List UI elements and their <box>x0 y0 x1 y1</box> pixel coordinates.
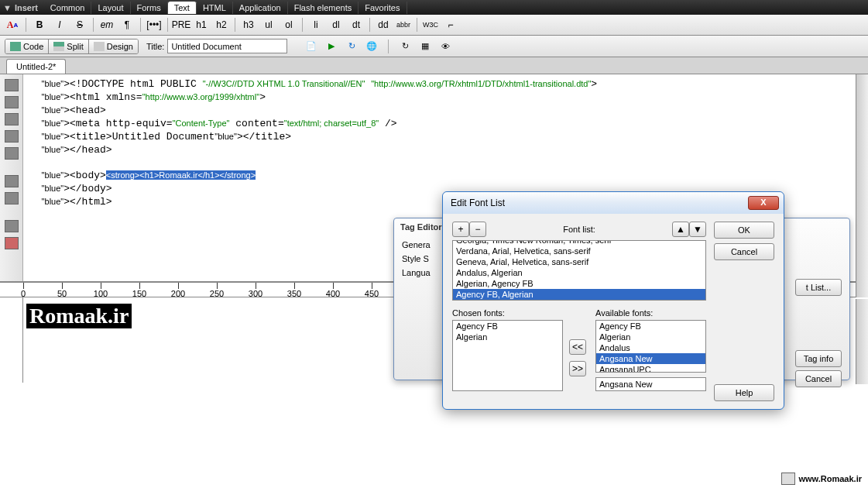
insert-dropdown-icon[interactable]: ▼ <box>3 3 12 12</box>
gutter-tool-8[interactable] <box>5 220 19 232</box>
format--button[interactable]: [•••] <box>145 16 163 33</box>
gutter-tool-2[interactable] <box>5 96 19 108</box>
move-right-button[interactable]: >> <box>569 361 586 376</box>
add-button[interactable]: + <box>452 222 469 237</box>
insert-tab-text[interactable]: Text <box>168 2 197 14</box>
list-item[interactable]: Andalus, Algerian <box>453 267 705 278</box>
code-gutter <box>0 74 23 281</box>
format-dl-button[interactable]: dl <box>327 16 345 33</box>
chosen-fonts-box[interactable]: Agency FBAlgerian <box>452 320 563 391</box>
move-up-button[interactable]: ▲ <box>672 222 689 237</box>
preview-icon[interactable]: ▶ <box>323 39 340 54</box>
ok-button[interactable]: OK <box>714 222 774 239</box>
insert-tab-flash-elements[interactable]: Flash elements <box>288 2 359 14</box>
insert-tab-application[interactable]: Application <box>233 2 288 14</box>
view-switcher: Code Split Design <box>5 39 139 54</box>
format-pre-button[interactable]: PRE <box>172 16 190 33</box>
list-item[interactable]: Georgia, Times New Roman, Times, serif <box>453 240 705 246</box>
code-view-button[interactable]: Code <box>5 40 49 53</box>
footer-icon <box>781 473 795 485</box>
gutter-tool-1[interactable] <box>5 79 19 91</box>
insert-tab-forms[interactable]: Forms <box>131 2 168 14</box>
document-tab[interactable]: Untitled-2* <box>6 59 66 74</box>
remove-button[interactable]: − <box>469 222 486 237</box>
list-item[interactable]: Agency FB, Algerian <box>453 289 705 300</box>
dialog-title-text: Edit Font List <box>451 198 748 208</box>
font-style-icon[interactable]: AA <box>3 16 22 33</box>
format-w3c-button[interactable]: W3C <box>421 16 440 33</box>
vertical-ruler <box>0 297 23 383</box>
gutter-tool-6[interactable] <box>5 175 19 187</box>
scrollbar-design[interactable] <box>856 299 868 384</box>
font-preview-field[interactable] <box>595 377 706 391</box>
tag-editor-taginfo-button[interactable]: Tag info <box>795 350 842 367</box>
list-item[interactable]: Angsana New <box>596 353 705 364</box>
insert-bar: ▼ Insert CommonLayoutFormsTextHTMLApplic… <box>0 0 868 15</box>
visual-aids-icon[interactable]: 👁 <box>437 39 454 54</box>
gutter-tool-9[interactable] <box>5 237 19 249</box>
list-item[interactable]: Agency FB <box>453 321 562 332</box>
refresh-icon[interactable]: ↻ <box>343 39 360 54</box>
list-item[interactable]: Algerian <box>453 332 562 342</box>
document-tab-row: Untitled-2* <box>0 57 868 74</box>
list-item[interactable]: AngsanaUPC <box>596 364 705 373</box>
document-toolbar: Code Split Design Title: 📄 ▶ ↻ 🌐 ↻ ▦ 👁 <box>0 36 868 57</box>
globe-icon[interactable]: 🌐 <box>363 39 380 54</box>
design-view-button[interactable]: Design <box>89 40 138 53</box>
list-item[interactable]: Algerian, Agency FB <box>453 278 705 289</box>
move-left-button[interactable]: << <box>569 339 586 355</box>
insert-label[interactable]: Insert <box>15 3 38 12</box>
format-dt-button[interactable]: dt <box>347 16 365 33</box>
gutter-tool-4[interactable] <box>5 130 19 143</box>
title-label: Title: <box>146 42 164 51</box>
format--button[interactable]: ¶ <box>118 16 136 33</box>
font-list-label: Font list: <box>486 225 672 234</box>
format-s-button[interactable]: S <box>70 16 89 33</box>
gutter-tool-5[interactable] <box>5 147 19 160</box>
list-item[interactable]: Geneva, Arial, Helvetica, sans-serif <box>453 256 705 267</box>
insert-tab-common[interactable]: Common <box>44 2 92 14</box>
format-i-button[interactable]: I <box>50 16 69 33</box>
tag-editor-list-button[interactable]: t List... <box>795 279 842 296</box>
format-h3-button[interactable]: h3 <box>239 16 258 33</box>
edit-font-list-dialog: Edit Font List X + − Font list: ▲ ▼ Geor… <box>442 191 784 410</box>
format-dd-button[interactable]: dd <box>374 16 393 33</box>
format-abbr-button[interactable]: abbr <box>394 16 413 33</box>
list-item[interactable]: Agency FB <box>596 321 705 332</box>
footer-text: www.Romaak.ir <box>798 474 862 483</box>
move-down-button[interactable]: ▼ <box>689 222 706 237</box>
format-h1-button[interactable]: h1 <box>192 16 211 33</box>
format-ol-button[interactable]: ol <box>280 16 298 33</box>
file-mgmt-icon[interactable]: 📄 <box>303 39 320 54</box>
split-view-button[interactable]: Split <box>49 40 88 53</box>
list-item[interactable]: Algerian <box>596 332 705 342</box>
list-item[interactable]: Verdana, Arial, Helvetica, sans-serif <box>453 246 705 256</box>
format-toolbar: AA BISem¶[•••]PREh1h2h3ulollidldtddabbrW… <box>0 15 868 36</box>
format-b-button[interactable]: B <box>30 16 49 33</box>
footer-logo: www.Romaak.ir <box>781 473 862 485</box>
available-fonts-box[interactable]: Agency FBAlgerianAndalusAngsana NewAngsa… <box>595 320 706 373</box>
title-input[interactable] <box>167 39 287 53</box>
insert-tab-favorites[interactable]: Favorites <box>359 2 407 14</box>
insert-tab-layout[interactable]: Layout <box>91 2 130 14</box>
scrollbar-code[interactable] <box>856 74 868 297</box>
format-h2-button[interactable]: h2 <box>212 16 231 33</box>
options-icon[interactable]: ▦ <box>417 39 434 54</box>
close-icon[interactable]: X <box>748 196 779 210</box>
format-ul-button[interactable]: ul <box>259 16 278 33</box>
reload-icon[interactable]: ↻ <box>396 39 413 54</box>
font-list-box[interactable]: Georgia, Times New Roman, Times, serifVe… <box>452 240 706 301</box>
list-item[interactable]: Andalus <box>596 342 705 353</box>
format--button[interactable]: ⌐ <box>441 16 460 33</box>
chosen-fonts-label: Chosen fonts: <box>452 308 563 318</box>
cancel-button[interactable]: Cancel <box>714 243 774 260</box>
design-heading[interactable]: Romaak.ir <box>26 304 132 328</box>
gutter-tool-7[interactable] <box>5 192 19 204</box>
format-li-button[interactable]: li <box>307 16 325 33</box>
insert-tab-html[interactable]: HTML <box>197 2 233 14</box>
tag-editor-cancel-button[interactable]: Cancel <box>795 370 842 387</box>
format-em-button[interactable]: em <box>98 16 116 33</box>
dialog-titlebar[interactable]: Edit Font List X <box>443 192 784 214</box>
help-button[interactable]: Help <box>714 384 774 401</box>
gutter-tool-3[interactable] <box>5 113 19 125</box>
